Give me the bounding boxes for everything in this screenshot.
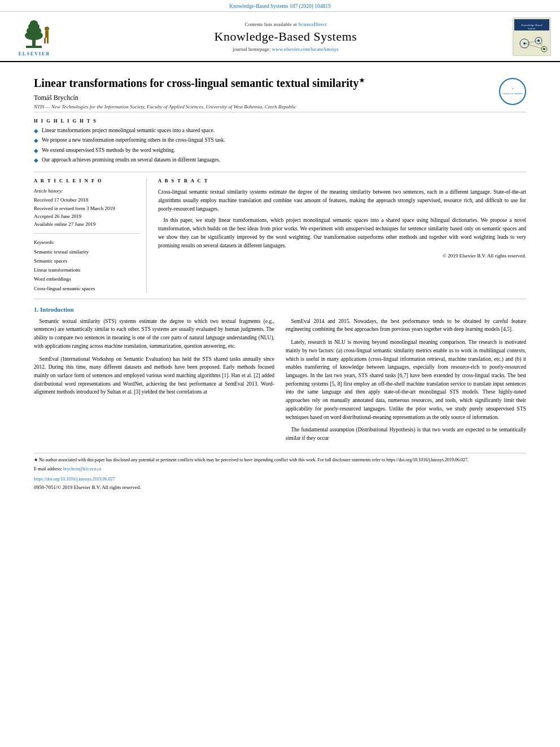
highlight-item-3: ◆ We extend unsupervised STS methods by … — [34, 147, 526, 155]
cover-thumbnail: Knowledge-Based Systems — [513, 18, 551, 56]
article-info-abstract-section: A R T I C L E I N F O Article history: R… — [34, 172, 526, 299]
svg-rect-2 — [26, 46, 42, 48]
intro-body: Semantic textual similarity (STS) system… — [34, 317, 526, 447]
introduction-section: 1. Introduction Semantic textual similar… — [34, 299, 526, 447]
article-title-section: Linear transformations for cross-lingual… — [34, 68, 526, 112]
bullet-icon-4: ◆ — [34, 157, 38, 164]
elsevier-logo: ELSEVIER — [9, 16, 60, 56]
footnote-section: ★ No author associated with this paper h… — [34, 453, 526, 492]
main-content: Linear transformations for cross-lingual… — [0, 62, 560, 497]
copyright-notice: © 2019 Elsevier B.V. All rights reserved… — [158, 253, 526, 259]
highlight-item-1: ◆ Linear transformations project monolin… — [34, 127, 526, 135]
issn-line: 0950-7051/© 2019 Elsevier B.V. All right… — [34, 484, 526, 492]
bullet-icon-1: ◆ — [34, 128, 38, 135]
intro-section-title: 1. Introduction — [34, 306, 526, 313]
footnote-star-symbol: ★ — [34, 457, 39, 462]
cover-art-icon: Knowledge-Based Systems — [513, 18, 550, 55]
svg-text:Systems: Systems — [528, 27, 536, 30]
abstract-para-2: In this paper, we study linear transform… — [158, 216, 526, 250]
keyword-4: Word embeddings — [34, 274, 141, 283]
article-title-text: Linear transformations for cross-lingual… — [34, 76, 493, 110]
intro-para-1: Semantic textual similarity (STS) system… — [34, 317, 274, 351]
article-title: Linear transformations for cross-lingual… — [34, 76, 493, 90]
highlights-label: H I G H L I G H T S — [34, 118, 526, 124]
received-date: Received 17 October 2018 — [34, 196, 141, 204]
elsevier-tree-icon — [12, 16, 57, 50]
email-label: E-mail address: — [34, 466, 62, 471]
abstract-para-1: Cross-lingual semantic textual similarit… — [158, 188, 526, 213]
abstract-text: Cross-lingual semantic textual similarit… — [158, 188, 526, 250]
check-updates-icon: ✓ — [511, 87, 514, 91]
intro-para-4: Lately, research in NLU is moving beyond… — [286, 338, 526, 421]
abstract-column: A B S T R A C T Cross-lingual semantic t… — [158, 178, 526, 293]
doi-footer: https://doi.org/10.1016/j.knosys.2019.06… — [34, 476, 526, 483]
online-date: Available online 27 June 2019 — [34, 220, 141, 228]
top-bar: Knowledge-Based Systems 187 (2020) 10481… — [0, 0, 560, 12]
intro-para-5: The fundamental assumption (Distribution… — [286, 426, 526, 442]
intro-para-2: SemEval (International Workshop on Seman… — [34, 355, 274, 397]
sciencedirect-link[interactable]: ScienceDirect — [298, 21, 326, 27]
journal-homepage-link[interactable]: www.elsevier.com/locate/knosys — [272, 46, 339, 52]
elsevier-brand-label: ELSEVIER — [19, 51, 50, 56]
bullet-icon-2: ◆ — [34, 137, 38, 145]
svg-point-22 — [537, 40, 540, 42]
highlights-list: ◆ Linear transformations project monolin… — [34, 127, 526, 164]
keyword-3: Linear transformations — [34, 265, 141, 274]
keywords-label: Keywords: — [34, 239, 141, 245]
svg-rect-1 — [32, 39, 36, 47]
highlight-item-2: ◆ We propose a new transformation outper… — [34, 137, 526, 145]
keywords-list: Semantic textual similarity Semantic spa… — [34, 247, 141, 293]
history-label: Article history: — [34, 188, 141, 194]
svg-point-6 — [30, 20, 38, 26]
svg-rect-10 — [47, 38, 49, 43]
contents-available-text: Contents lists available at ScienceDirec… — [65, 21, 506, 27]
author-affiliation: NTIS — New Technologies for the Informat… — [34, 104, 493, 110]
intro-para-3: SemEval 2014 and 2015. Nowadays, the bes… — [286, 317, 526, 334]
email-line: E-mail address: brychcin@kiv.zcu.cz — [34, 466, 526, 473]
history-dates: Received 17 October 2018 Received in rev… — [34, 196, 141, 234]
abstract-label: A B S T R A C T — [158, 178, 526, 184]
svg-rect-8 — [45, 31, 49, 38]
keyword-5: Cross-lingual semantic spaces — [34, 284, 141, 293]
journal-center-info: Contents lists available at ScienceDirec… — [65, 21, 506, 52]
highlight-item-4: ◆ Our approach achieves promising result… — [34, 156, 526, 164]
accepted-date: Accepted 26 June 2019 — [34, 212, 141, 220]
email-link[interactable]: brychcin@kiv.zcu.cz — [63, 466, 101, 471]
journal-ref: Knowledge-Based Systems 187 (2020) 10481… — [229, 3, 330, 9]
keyword-1: Semantic textual similarity — [34, 247, 141, 256]
intro-right-col: SemEval 2014 and 2015. Nowadays, the bes… — [286, 317, 526, 447]
revised-date: Received in revised form 3 March 2019 — [34, 204, 141, 212]
svg-rect-9 — [44, 38, 46, 43]
svg-point-7 — [45, 27, 49, 31]
intro-left-col: Semantic textual similarity (STS) system… — [34, 317, 274, 447]
svg-point-21 — [523, 42, 526, 45]
highlights-section: H I G H L I G H T S ◆ Linear transformat… — [34, 112, 526, 172]
homepage-line: journal homepage: www.elsevier.com/locat… — [65, 46, 506, 52]
journal-title: Knowledge-Based Systems — [65, 29, 506, 44]
check-updates-badge: ✓ Check for updates — [499, 78, 526, 105]
svg-point-23 — [543, 48, 545, 50]
article-info-label: A R T I C L E I N F O — [34, 178, 141, 184]
footnote-star: ★ No author associated with this paper h… — [34, 457, 526, 464]
journal-cover-image: Knowledge-Based Systems — [511, 18, 551, 56]
doi-link[interactable]: https://doi.org/10.1016/j.knosys.2019.06… — [34, 477, 115, 482]
footnote-text: No author associated with this paper has… — [39, 457, 469, 462]
bullet-icon-3: ◆ — [34, 147, 38, 155]
journal-header: ELSEVIER Contents lists available at Sci… — [0, 12, 560, 62]
check-updates-circle: ✓ Check for updates — [499, 78, 526, 105]
article-info-column: A R T I C L E I N F O Article history: R… — [34, 178, 147, 293]
keyword-2: Semantic spaces — [34, 256, 141, 265]
svg-text:Knowledge-Based: Knowledge-Based — [522, 24, 542, 27]
author-name: Tomáš Brychcín — [34, 94, 493, 102]
